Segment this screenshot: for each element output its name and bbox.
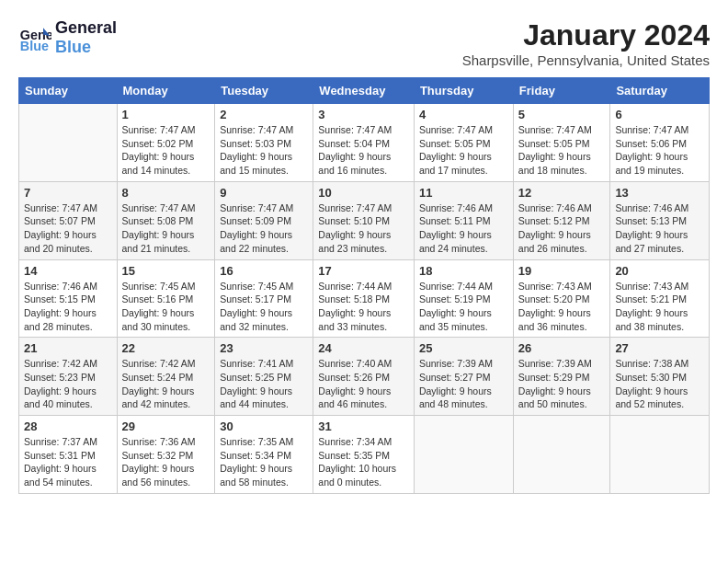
day-info: Sunrise: 7:42 AM Sunset: 5:23 PM Dayligh…: [24, 357, 112, 411]
day-number: 20: [615, 264, 704, 278]
day-number: 19: [518, 264, 606, 278]
day-info: Sunrise: 7:34 AM Sunset: 5:35 PM Dayligh…: [318, 435, 409, 489]
day-info: Sunrise: 7:36 AM Sunset: 5:32 PM Dayligh…: [122, 435, 210, 489]
day-cell: 27Sunrise: 7:38 AM Sunset: 5:30 PM Dayli…: [610, 338, 710, 416]
day-info: Sunrise: 7:38 AM Sunset: 5:30 PM Dayligh…: [615, 357, 704, 411]
logo: General Blue General Blue: [18, 18, 117, 57]
day-cell: 11Sunrise: 7:46 AM Sunset: 5:11 PM Dayli…: [414, 181, 513, 259]
day-info: Sunrise: 7:35 AM Sunset: 5:34 PM Dayligh…: [220, 435, 308, 489]
day-cell: 22Sunrise: 7:42 AM Sunset: 5:24 PM Dayli…: [117, 338, 215, 416]
day-info: Sunrise: 7:37 AM Sunset: 5:31 PM Dayligh…: [24, 435, 112, 489]
day-number: 12: [518, 186, 606, 200]
day-info: Sunrise: 7:39 AM Sunset: 5:27 PM Dayligh…: [419, 357, 508, 411]
day-cell: 2Sunrise: 7:47 AM Sunset: 5:03 PM Daylig…: [215, 104, 313, 182]
day-number: 3: [318, 108, 409, 121]
day-number: 6: [615, 108, 704, 121]
week-row-3: 14Sunrise: 7:46 AM Sunset: 5:15 PM Dayli…: [19, 259, 710, 338]
day-info: Sunrise: 7:43 AM Sunset: 5:20 PM Dayligh…: [518, 280, 606, 334]
day-number: 26: [518, 341, 606, 355]
day-cell: 16Sunrise: 7:45 AM Sunset: 5:17 PM Dayli…: [215, 259, 313, 338]
day-number: 9: [220, 186, 308, 200]
day-info: Sunrise: 7:47 AM Sunset: 5:03 PM Dayligh…: [220, 123, 308, 178]
day-info: Sunrise: 7:45 AM Sunset: 5:16 PM Dayligh…: [122, 280, 210, 334]
day-cell: 9Sunrise: 7:47 AM Sunset: 5:09 PM Daylig…: [215, 181, 313, 259]
day-number: 7: [24, 186, 112, 200]
day-cell: 28Sunrise: 7:37 AM Sunset: 5:31 PM Dayli…: [19, 416, 118, 494]
day-info: Sunrise: 7:46 AM Sunset: 5:15 PM Dayligh…: [24, 280, 112, 334]
day-info: Sunrise: 7:44 AM Sunset: 5:18 PM Dayligh…: [318, 280, 409, 334]
day-cell: [513, 416, 610, 494]
day-cell: 21Sunrise: 7:42 AM Sunset: 5:23 PM Dayli…: [19, 338, 118, 416]
day-cell: 23Sunrise: 7:41 AM Sunset: 5:25 PM Dayli…: [215, 338, 313, 416]
day-info: Sunrise: 7:46 AM Sunset: 5:12 PM Dayligh…: [518, 201, 606, 256]
day-cell: 4Sunrise: 7:47 AM Sunset: 5:05 PM Daylig…: [414, 104, 513, 182]
day-cell: 26Sunrise: 7:39 AM Sunset: 5:29 PM Dayli…: [513, 338, 610, 416]
day-number: 21: [24, 341, 112, 355]
week-row-2: 7Sunrise: 7:47 AM Sunset: 5:07 PM Daylig…: [19, 181, 710, 259]
calendar-table: SundayMondayTuesdayWednesdayThursdayFrid…: [18, 77, 710, 494]
day-cell: [414, 416, 513, 494]
week-row-4: 21Sunrise: 7:42 AM Sunset: 5:23 PM Dayli…: [19, 338, 710, 416]
day-number: 25: [419, 341, 508, 355]
day-info: Sunrise: 7:46 AM Sunset: 5:13 PM Dayligh…: [615, 201, 704, 256]
weekday-header-tuesday: Tuesday: [215, 78, 313, 104]
calendar-title: January 2024: [462, 18, 710, 52]
day-number: 15: [122, 264, 210, 278]
day-info: Sunrise: 7:47 AM Sunset: 5:08 PM Dayligh…: [122, 201, 210, 256]
day-number: 16: [220, 264, 308, 278]
day-info: Sunrise: 7:47 AM Sunset: 5:05 PM Dayligh…: [518, 123, 606, 178]
day-cell: 30Sunrise: 7:35 AM Sunset: 5:34 PM Dayli…: [215, 416, 313, 494]
day-number: 14: [24, 264, 112, 278]
logo-line1: General: [55, 18, 117, 38]
day-info: Sunrise: 7:47 AM Sunset: 5:09 PM Dayligh…: [220, 201, 308, 256]
day-number: 10: [318, 186, 409, 200]
day-number: 31: [318, 419, 409, 433]
day-cell: 31Sunrise: 7:34 AM Sunset: 5:35 PM Dayli…: [313, 416, 415, 494]
day-cell: 15Sunrise: 7:45 AM Sunset: 5:16 PM Dayli…: [117, 259, 215, 338]
day-cell: 20Sunrise: 7:43 AM Sunset: 5:21 PM Dayli…: [610, 259, 710, 338]
day-cell: 29Sunrise: 7:36 AM Sunset: 5:32 PM Dayli…: [117, 416, 215, 494]
calendar-subtitle: Sharpsville, Pennsylvania, United States: [462, 52, 710, 68]
logo-line2: Blue: [55, 38, 117, 57]
weekday-header-thursday: Thursday: [414, 78, 513, 104]
day-info: Sunrise: 7:47 AM Sunset: 5:04 PM Dayligh…: [318, 123, 409, 178]
day-cell: 10Sunrise: 7:47 AM Sunset: 5:10 PM Dayli…: [313, 181, 415, 259]
day-number: 13: [615, 186, 704, 200]
weekday-header-monday: Monday: [117, 78, 215, 104]
logo-icon: General Blue: [18, 21, 51, 54]
weekday-header-wednesday: Wednesday: [313, 78, 415, 104]
day-number: 18: [419, 264, 508, 278]
day-cell: 18Sunrise: 7:44 AM Sunset: 5:19 PM Dayli…: [414, 259, 513, 338]
day-info: Sunrise: 7:47 AM Sunset: 5:10 PM Dayligh…: [318, 201, 409, 256]
day-info: Sunrise: 7:41 AM Sunset: 5:25 PM Dayligh…: [220, 357, 308, 411]
day-number: 24: [318, 341, 409, 355]
page-header: General Blue General Blue January 2024 S…: [18, 18, 710, 68]
day-number: 1: [122, 108, 210, 121]
weekday-header-saturday: Saturday: [610, 78, 710, 104]
day-cell: 6Sunrise: 7:47 AM Sunset: 5:06 PM Daylig…: [610, 104, 710, 182]
day-number: 22: [122, 341, 210, 355]
day-cell: 19Sunrise: 7:43 AM Sunset: 5:20 PM Dayli…: [513, 259, 610, 338]
day-info: Sunrise: 7:43 AM Sunset: 5:21 PM Dayligh…: [615, 280, 704, 334]
day-number: 2: [220, 108, 308, 121]
day-info: Sunrise: 7:45 AM Sunset: 5:17 PM Dayligh…: [220, 280, 308, 334]
week-row-5: 28Sunrise: 7:37 AM Sunset: 5:31 PM Dayli…: [19, 416, 710, 494]
day-number: 27: [615, 341, 704, 355]
day-number: 8: [122, 186, 210, 200]
svg-text:Blue: Blue: [20, 39, 49, 53]
day-info: Sunrise: 7:40 AM Sunset: 5:26 PM Dayligh…: [318, 357, 409, 411]
day-info: Sunrise: 7:39 AM Sunset: 5:29 PM Dayligh…: [518, 357, 606, 411]
day-cell: 5Sunrise: 7:47 AM Sunset: 5:05 PM Daylig…: [513, 104, 610, 182]
day-cell: 12Sunrise: 7:46 AM Sunset: 5:12 PM Dayli…: [513, 181, 610, 259]
day-cell: 3Sunrise: 7:47 AM Sunset: 5:04 PM Daylig…: [313, 104, 415, 182]
day-info: Sunrise: 7:42 AM Sunset: 5:24 PM Dayligh…: [122, 357, 210, 411]
day-number: 28: [24, 419, 112, 433]
day-info: Sunrise: 7:47 AM Sunset: 5:06 PM Dayligh…: [615, 123, 704, 178]
day-info: Sunrise: 7:47 AM Sunset: 5:05 PM Dayligh…: [419, 123, 508, 178]
day-info: Sunrise: 7:46 AM Sunset: 5:11 PM Dayligh…: [419, 201, 508, 256]
day-number: 4: [419, 108, 508, 121]
day-cell: [610, 416, 710, 494]
day-cell: 1Sunrise: 7:47 AM Sunset: 5:02 PM Daylig…: [117, 104, 215, 182]
day-cell: 7Sunrise: 7:47 AM Sunset: 5:07 PM Daylig…: [19, 181, 118, 259]
day-number: 29: [122, 419, 210, 433]
